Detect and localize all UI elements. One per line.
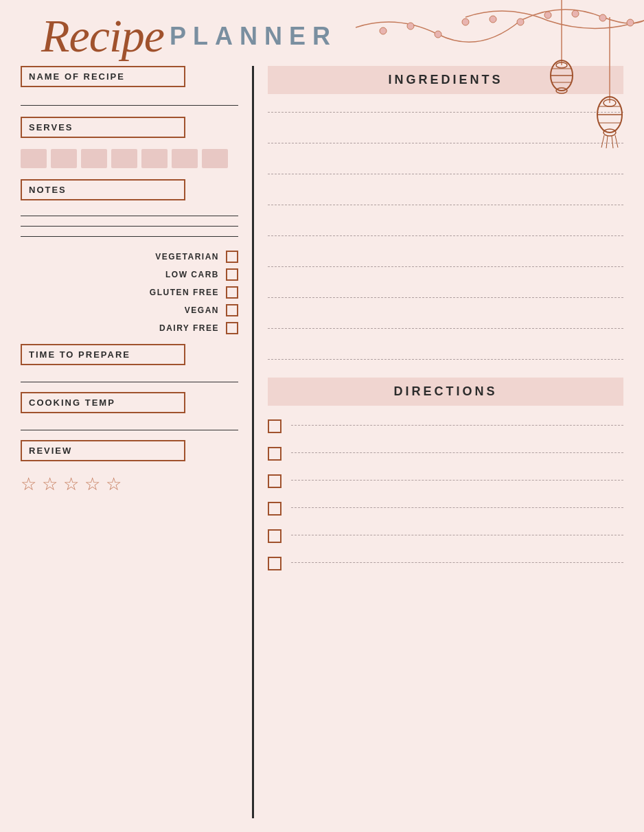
notes-line-2 [21, 226, 238, 227]
star-2[interactable]: ☆ [42, 475, 58, 493]
glutenfree-checkbox[interactable] [226, 286, 238, 299]
diet-item-vegetarian: VEGETARIAN [21, 251, 245, 263]
star-4[interactable]: ☆ [84, 475, 100, 493]
ingredient-line-4 [268, 205, 623, 205]
diet-item-lowcarb: LOW CARB [21, 268, 245, 281]
serves-section: SERVES [21, 117, 245, 175]
direction-line-4 [291, 507, 623, 508]
portion-box-2[interactable] [51, 149, 77, 168]
ingredient-line-9 [268, 359, 623, 360]
review-label: REVIEW [21, 440, 185, 461]
direction-line-1 [291, 425, 623, 426]
portion-box-6[interactable] [172, 149, 198, 168]
svg-line-26 [612, 136, 613, 148]
direction-item-4 [268, 500, 623, 516]
direction-checkbox-2[interactable] [268, 447, 281, 461]
direction-checkbox-4[interactable] [268, 502, 281, 516]
lowcarb-checkbox[interactable] [226, 268, 238, 281]
star-1[interactable]: ☆ [21, 475, 36, 493]
star-5[interactable]: ☆ [106, 475, 122, 493]
portion-boxes [21, 149, 245, 168]
ingredient-line-8 [268, 328, 623, 329]
planner-title: PLANNER [170, 22, 337, 51]
diet-section: VEGETARIAN LOW CARB GLUTEN FREE VEGAN DA… [21, 251, 245, 334]
notes-label: NOTES [21, 179, 185, 200]
direction-item-2 [268, 446, 623, 461]
cooking-temp-section: COOKING TEMP [21, 392, 245, 430]
time-to-prepare-label: TIME TO PREPARE [21, 344, 185, 365]
direction-line-2 [291, 452, 623, 453]
portion-box-1[interactable] [21, 149, 47, 168]
directions-header: DIRECTIONS [268, 378, 623, 406]
direction-line-5 [291, 535, 623, 535]
ingredient-line-7 [268, 297, 623, 298]
star-3[interactable]: ☆ [63, 475, 79, 493]
svg-line-27 [615, 135, 618, 148]
diet-item-vegan: VEGAN [21, 304, 245, 316]
ingredient-line-6 [268, 266, 623, 267]
time-prepare-line [21, 382, 238, 382]
header: Recipe PLANNER [0, 0, 644, 66]
portion-box-3[interactable] [81, 149, 107, 168]
review-section: REVIEW ☆ ☆ ☆ ☆ ☆ [21, 440, 245, 493]
name-of-recipe-label: NAME OF RECIPE [21, 66, 185, 87]
diet-label-vegetarian: VEGETARIAN [155, 252, 219, 262]
direction-line-6 [291, 562, 623, 563]
direction-item-3 [268, 473, 623, 488]
diet-item-glutenfree: GLUTEN FREE [21, 286, 245, 299]
direction-checkbox-3[interactable] [268, 474, 281, 488]
cooking-temp-line [21, 430, 238, 430]
recipe-name-line [21, 105, 238, 106]
direction-item-5 [268, 528, 623, 543]
stars-row: ☆ ☆ ☆ ☆ ☆ [21, 475, 245, 493]
recipe-title-script: Recipe [41, 12, 164, 59]
direction-checkbox-5[interactable] [268, 529, 281, 543]
svg-line-25 [606, 136, 608, 148]
direction-checkbox-6[interactable] [268, 557, 281, 570]
page: Recipe PLANNER NAME OF RECIPE SERVES [0, 0, 644, 832]
vegan-checkbox[interactable] [226, 304, 238, 316]
diet-label-dairyfree: DAIRY FREE [159, 323, 219, 333]
ingredient-line-3 [268, 174, 623, 174]
direction-item-6 [268, 555, 623, 570]
cooking-temp-label: COOKING TEMP [21, 392, 185, 413]
diet-label-vegan: VEGAN [185, 305, 219, 315]
left-column: NAME OF RECIPE SERVES NOTES [21, 66, 254, 818]
diet-label-lowcarb: LOW CARB [165, 270, 219, 279]
direction-line-3 [291, 480, 623, 481]
portion-box-7[interactable] [202, 149, 228, 168]
right-column: INGREDIENTS DIRECTIONS [254, 66, 623, 818]
direction-item-1 [268, 418, 623, 433]
name-of-recipe-section: NAME OF RECIPE [21, 66, 245, 110]
diet-item-dairyfree: DAIRY FREE [21, 322, 245, 334]
notes-line-3 [21, 236, 238, 237]
main-content: NAME OF RECIPE SERVES NOTES [0, 66, 644, 832]
diet-label-glutenfree: GLUTEN FREE [150, 288, 219, 297]
notes-line-1 [21, 216, 238, 216]
svg-line-24 [601, 135, 604, 148]
time-to-prepare-section: TIME TO PREPARE [21, 344, 245, 382]
direction-checkbox-1[interactable] [268, 419, 281, 433]
serves-label: SERVES [21, 117, 185, 138]
portion-box-5[interactable] [141, 149, 168, 168]
ingredient-line-5 [268, 235, 623, 236]
portion-box-4[interactable] [111, 149, 137, 168]
vegetarian-checkbox[interactable] [226, 251, 238, 263]
notes-section: NOTES [21, 179, 245, 237]
dairyfree-checkbox[interactable] [226, 322, 238, 334]
